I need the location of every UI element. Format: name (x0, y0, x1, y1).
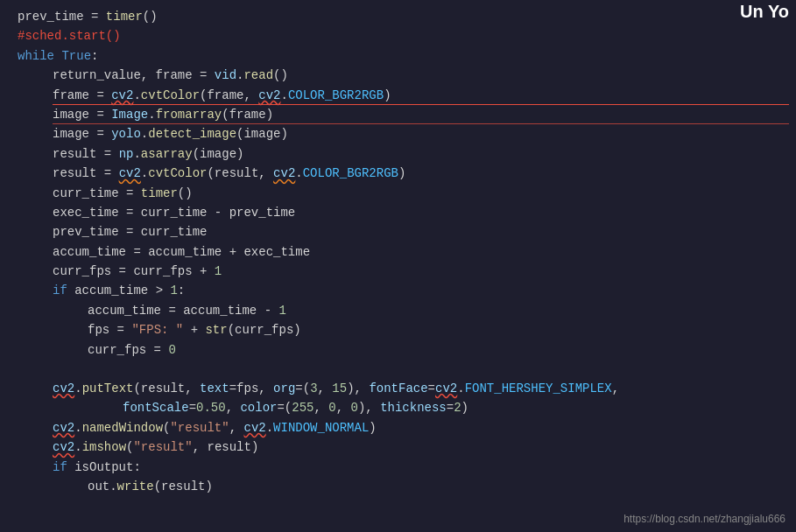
code-text: . (266, 418, 273, 438)
code-text: COLOR_BGR2RGB (288, 86, 384, 105)
line-fps-string: fps = "FPS: " + str(curr_fps) (0, 320, 796, 340)
line-while: while True: (0, 46, 796, 66)
code-text: fps = (88, 320, 131, 340)
code-text: exec_time = curr_time - prev_time (53, 203, 295, 222)
code-block: prev_time = timer() #sched.start() while… (0, 0, 796, 503)
line-image-detect: image = yolo.detect_image(image) (0, 124, 796, 144)
code-text: cv2 (53, 379, 74, 398)
code-text: return_value, frame = (53, 66, 215, 85)
line-result-asarray: result = np.asarray(image) (0, 144, 796, 164)
code-text: . (236, 66, 243, 85)
code-text: (image) (236, 124, 288, 144)
code-text: . (133, 86, 140, 105)
code-text: () (273, 66, 288, 85)
code-text: . (295, 164, 302, 183)
code-text: if (53, 281, 67, 300)
line-sched-comment: #sched.start() (0, 26, 796, 46)
code-text: "result" (133, 438, 192, 457)
line-prev-time2: prev_time = curr_time (0, 222, 796, 242)
code-text: . (141, 124, 148, 144)
code-text: (result, (133, 379, 200, 398)
line-curr-fps: curr_fps = curr_fps + 1 (0, 262, 796, 281)
line-accum-time: accum_time = accum_time + exec_time (0, 242, 796, 262)
code-text: ) (384, 86, 391, 105)
code-text: thickness (380, 398, 447, 417)
line-frame-cvtcolor: frame = cv2.cvtColor(frame, cv2.COLOR_BG… (0, 86, 796, 105)
top-bar-text: Un Yo (733, 0, 796, 24)
code-text: putText (82, 379, 134, 398)
code-text: . (74, 438, 81, 457)
code-text: ) (369, 418, 376, 438)
code-text: . (133, 144, 140, 164)
code-text: ) (461, 398, 468, 417)
line-image-fromarray: image = Image.fromarray(frame) (0, 105, 796, 124)
code-text: , (318, 379, 333, 398)
line-if-accum: if accum_time > 1: (0, 281, 796, 300)
line-exec-time: exec_time = curr_time - prev_time (0, 203, 796, 222)
code-text: Image (111, 105, 148, 124)
code-text: curr_fps = (88, 340, 168, 360)
code-text: str (205, 320, 227, 340)
code-text: . (148, 105, 155, 124)
code-text: "result" (170, 418, 229, 438)
code-text: . (141, 164, 148, 183)
code-text: image = (53, 124, 111, 144)
code-text: cv2 (111, 86, 133, 105)
code-text: while (18, 46, 54, 66)
code-text: = (189, 398, 196, 417)
code-text: (frame, (200, 86, 258, 105)
code-text: 3 (310, 379, 317, 398)
code-text: WINDOW_NORMAL (273, 418, 369, 438)
code-text: #sched.start() (18, 26, 121, 46)
code-text: , result) (193, 438, 259, 457)
line-return-value: return_value, frame = vid.read() (0, 66, 796, 85)
code-text: (image) (193, 144, 244, 164)
code-text: , (314, 398, 329, 417)
line-cv2-puttext: cv2.putText(result, text=fps, org=(3, 15… (0, 379, 796, 398)
code-text: ) (398, 164, 405, 183)
bottom-url: https://blog.csdn.net/zhangjialu666 (623, 513, 785, 525)
code-text: , (612, 379, 619, 398)
code-text: . (457, 379, 464, 398)
code-text: asarray (141, 144, 193, 164)
line-if-isoutput: if isOutput: (0, 458, 796, 477)
line-curr-fps2: curr_fps = 0 (0, 340, 796, 360)
code-text: : (91, 46, 98, 66)
code-text: result = (53, 144, 119, 164)
line-blank (0, 360, 796, 379)
code-text: curr_fps = curr_fps + (53, 262, 215, 281)
code-text: COLOR_BGR2RGB (303, 164, 398, 183)
code-text: cv2 (243, 418, 265, 438)
code-text: ( (163, 418, 170, 438)
line-out-write: out.write(result) (0, 477, 796, 496)
code-text: 1 (170, 281, 177, 300)
code-text: (result, (207, 164, 273, 183)
code-text: , (336, 398, 351, 417)
code-text: text (200, 379, 229, 398)
code-text: . (74, 379, 81, 398)
code-text: FONT_HERSHEY_SIMPLEX (465, 379, 612, 398)
code-text: cvtColor (148, 164, 207, 183)
code-text: True (61, 46, 91, 66)
code-text: 2 (454, 398, 461, 417)
line-cv2-namedwindow: cv2.namedWindow("result", cv2.WINDOW_NOR… (0, 418, 796, 438)
code-text: = (428, 379, 435, 398)
code-text: curr_time = (53, 184, 141, 203)
code-container: Un Yo prev_time = timer() #sched.start()… (0, 0, 796, 532)
code-text: accum_time > (67, 281, 171, 300)
line-curr-time: curr_time = timer() (0, 184, 796, 203)
code-text: 0 (351, 398, 358, 417)
code-text: 255 (292, 398, 313, 417)
code-text: cv2 (435, 379, 457, 398)
code-text: detect_image (148, 124, 236, 144)
code-text: fromarray (156, 105, 222, 124)
code-text: out. (88, 477, 117, 496)
code-text: ( (126, 438, 133, 457)
code-text: 0 (328, 398, 335, 417)
code-text: 1 (278, 301, 285, 320)
code-text: =( (277, 398, 292, 417)
code-text: : (178, 281, 185, 300)
line-prev-time: prev_time = timer() (0, 7, 796, 26)
code-text: frame = (53, 86, 111, 105)
code-text: accum_time = accum_time + exec_time (53, 242, 310, 262)
